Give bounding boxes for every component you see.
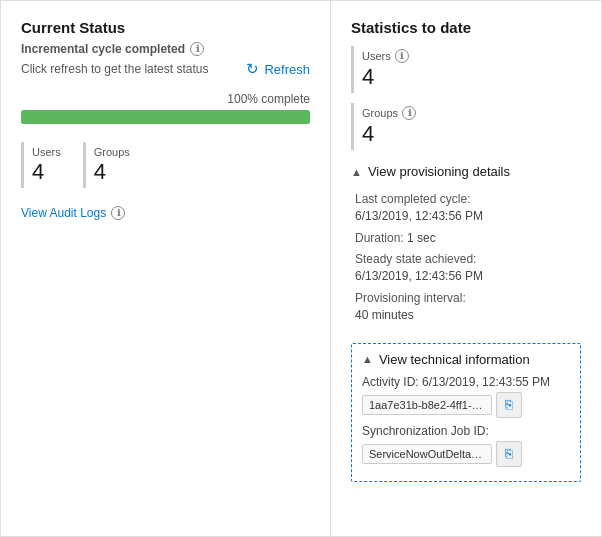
right-groups-box: Groups ℹ 4 bbox=[351, 103, 581, 150]
activity-id-field: 1aa7e31b-b8e2-4ff1-9... ⎘ bbox=[362, 392, 570, 418]
click-refresh-text: Click refresh to get the latest status bbox=[21, 62, 208, 76]
sync-id-copy-button[interactable]: ⎘ bbox=[496, 441, 522, 467]
interval-label: Provisioning interval: bbox=[355, 291, 466, 305]
left-panel: Current Status Incremental cycle complet… bbox=[1, 1, 331, 536]
interval-row: Provisioning interval: 40 minutes bbox=[355, 290, 581, 324]
provisioning-details-section: ▲ View provisioning details Last complet… bbox=[351, 160, 581, 333]
duration-label: Duration: bbox=[355, 231, 404, 245]
progress-bar-background bbox=[21, 110, 310, 124]
groups-stat-box: Groups 4 bbox=[83, 142, 144, 188]
right-groups-value: 4 bbox=[362, 121, 567, 147]
sync-job-row: Synchronization Job ID: ServiceNowOutDel… bbox=[362, 424, 570, 467]
audit-link-label: View Audit Logs bbox=[21, 206, 106, 220]
activity-id-copy-button[interactable]: ⎘ bbox=[496, 392, 522, 418]
right-users-info-icon[interactable]: ℹ bbox=[395, 49, 409, 63]
interval-value: 40 minutes bbox=[355, 308, 414, 322]
sync-label: Synchronization Job ID: bbox=[362, 424, 570, 438]
steady-state-label: Steady state achieved: bbox=[355, 252, 476, 266]
tech-header-label: View technical information bbox=[379, 352, 530, 367]
refresh-button[interactable]: ↻ Refresh bbox=[246, 60, 310, 78]
sync-id-field: ServiceNowOutDelta.3... ⎘ bbox=[362, 441, 570, 467]
progress-section: 100% complete bbox=[21, 92, 310, 124]
right-panel: Statistics to date Users ℹ 4 Groups ℹ 4 … bbox=[331, 1, 601, 536]
activity-label: Activity ID: 6/13/2019, 12:43:55 PM bbox=[362, 375, 570, 389]
users-value: 4 bbox=[32, 160, 61, 184]
groups-value: 4 bbox=[94, 160, 130, 184]
activity-id-row: Activity ID: 6/13/2019, 12:43:55 PM 1aa7… bbox=[362, 375, 570, 418]
right-users-value: 4 bbox=[362, 64, 567, 90]
last-completed-value: 6/13/2019, 12:43:56 PM bbox=[355, 209, 483, 223]
subtitle-text: Incremental cycle completed bbox=[21, 42, 185, 56]
steady-state-row: Steady state achieved: 6/13/2019, 12:43:… bbox=[355, 251, 581, 285]
technical-info-section: ▲ View technical information Activity ID… bbox=[351, 343, 581, 482]
right-users-label: Users bbox=[362, 50, 391, 62]
users-stat-box: Users 4 bbox=[21, 142, 75, 188]
technical-info-header[interactable]: ▲ View technical information bbox=[362, 352, 570, 367]
provisioning-header-label: View provisioning details bbox=[368, 164, 510, 179]
subtitle-info-icon[interactable]: ℹ bbox=[190, 42, 204, 56]
provisioning-details-header[interactable]: ▲ View provisioning details bbox=[351, 160, 581, 183]
tech-chevron-icon: ▲ bbox=[362, 353, 373, 365]
last-completed-row: Last completed cycle: 6/13/2019, 12:43:5… bbox=[355, 191, 581, 225]
activity-id-input[interactable]: 1aa7e31b-b8e2-4ff1-9... bbox=[362, 395, 492, 415]
progress-label: 100% complete bbox=[21, 92, 310, 106]
current-status-title: Current Status bbox=[21, 19, 310, 36]
steady-state-value: 6/13/2019, 12:43:56 PM bbox=[355, 269, 483, 283]
groups-label: Groups bbox=[94, 146, 130, 158]
sync-id-input[interactable]: ServiceNowOutDelta.3... bbox=[362, 444, 492, 464]
duration-value: 1 sec bbox=[407, 231, 436, 245]
users-label: Users bbox=[32, 146, 61, 158]
view-audit-logs-link[interactable]: View Audit Logs bbox=[21, 206, 106, 220]
stats-row: Users 4 Groups 4 bbox=[21, 142, 310, 188]
refresh-label: Refresh bbox=[264, 62, 310, 77]
last-completed-label: Last completed cycle: bbox=[355, 192, 470, 206]
right-users-box: Users ℹ 4 bbox=[351, 46, 581, 93]
right-groups-info-icon[interactable]: ℹ bbox=[402, 106, 416, 120]
duration-row: Duration: 1 sec bbox=[355, 230, 581, 247]
audit-info-icon[interactable]: ℹ bbox=[111, 206, 125, 220]
provisioning-chevron-icon: ▲ bbox=[351, 166, 362, 178]
provisioning-details-content: Last completed cycle: 6/13/2019, 12:43:5… bbox=[351, 183, 581, 333]
copy-icon-2: ⎘ bbox=[505, 446, 513, 461]
right-groups-label: Groups bbox=[362, 107, 398, 119]
progress-bar-fill bbox=[21, 110, 310, 124]
statistics-title: Statistics to date bbox=[351, 19, 581, 36]
refresh-icon: ↻ bbox=[246, 60, 259, 78]
copy-icon: ⎘ bbox=[505, 397, 513, 412]
